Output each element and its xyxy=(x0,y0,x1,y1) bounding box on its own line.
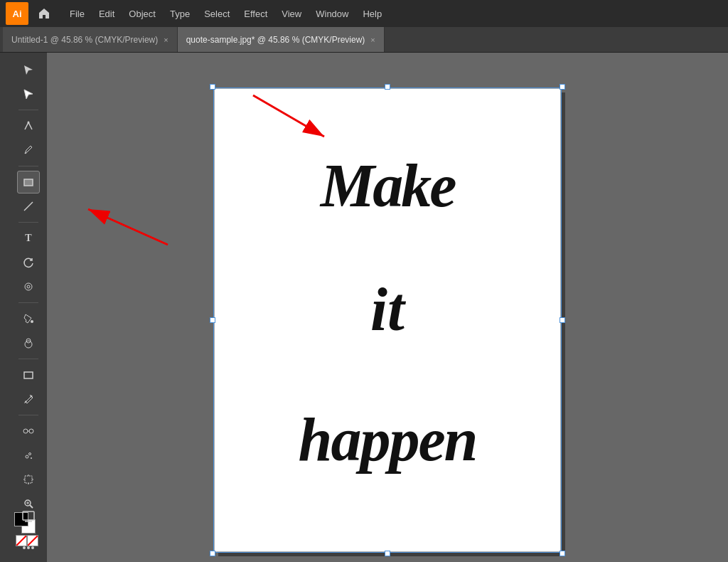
separator-3 xyxy=(18,222,38,223)
svg-point-31 xyxy=(31,546,34,549)
separator-4 xyxy=(18,302,38,303)
tab-untitled-label: Untitled-1 @ 45.86 % (CMYK/Preview) xyxy=(11,35,158,45)
artboard-container: Make it happen xyxy=(214,88,561,552)
warp-tool[interactable] xyxy=(17,275,40,298)
svg-point-11 xyxy=(29,429,33,433)
menu-object[interactable]: Object xyxy=(122,0,163,27)
pen-tool[interactable] xyxy=(17,115,40,137)
tab-quote-sample[interactable]: quote-sample.jpg* @ 45.86 % (CMYK/Previe… xyxy=(178,27,385,52)
toolbar-screen-mode[interactable] xyxy=(21,509,36,526)
selection-tool[interactable] xyxy=(17,58,40,81)
ai-logo: Ai xyxy=(6,2,28,25)
svg-rect-8 xyxy=(24,372,33,378)
svg-point-30 xyxy=(27,546,30,549)
quote-line-happen: happen xyxy=(299,406,477,474)
svg-rect-15 xyxy=(25,476,32,483)
menu-window[interactable]: Window xyxy=(309,0,355,27)
toolbar: T xyxy=(10,53,47,562)
blob-brush-tool[interactable] xyxy=(17,332,40,354)
svg-point-12 xyxy=(26,455,28,458)
menu-type[interactable]: Type xyxy=(163,0,197,27)
svg-point-10 xyxy=(23,429,28,433)
svg-point-29 xyxy=(23,546,26,549)
blend-tool[interactable] xyxy=(17,420,40,442)
menu-view[interactable]: View xyxy=(274,0,309,27)
tab-quote-sample-label: quote-sample.jpg* @ 45.86 % (CMYK/Previe… xyxy=(186,35,365,45)
tabbar: Untitled-1 @ 45.86 % (CMYK/Preview) × qu… xyxy=(0,27,728,53)
type-tool-label: T xyxy=(25,233,31,244)
separator-5 xyxy=(18,359,38,359)
svg-point-0 xyxy=(28,122,30,124)
handle-top-right[interactable] xyxy=(560,84,565,90)
menu-effect[interactable]: Effect xyxy=(237,0,274,27)
svg-rect-26 xyxy=(23,511,34,520)
type-tool[interactable]: T xyxy=(17,227,40,250)
svg-point-9 xyxy=(31,396,33,398)
menu-select[interactable]: Select xyxy=(197,0,237,27)
artboard-content: Make it happen xyxy=(215,89,560,551)
svg-line-35 xyxy=(88,209,168,245)
tab-quote-sample-close[interactable]: × xyxy=(370,36,375,44)
separator-2 xyxy=(18,166,38,166)
left-ruler xyxy=(0,53,10,562)
rectangle-tool[interactable] xyxy=(17,171,40,193)
svg-line-21 xyxy=(30,505,33,508)
home-icon[interactable] xyxy=(34,4,54,23)
tab-untitled-close[interactable]: × xyxy=(164,36,168,44)
svg-line-2 xyxy=(24,202,33,211)
menu-edit[interactable]: Edit xyxy=(92,0,122,27)
canvas-area[interactable]: Make it happen xyxy=(47,53,728,562)
quote-line-make: Make xyxy=(321,152,455,220)
artboard[interactable]: Make it happen xyxy=(214,88,561,552)
menu-file[interactable]: File xyxy=(63,0,92,27)
pencil-tool[interactable] xyxy=(17,139,40,161)
menu-help[interactable]: Help xyxy=(355,0,389,27)
toolbar-more[interactable] xyxy=(21,541,36,553)
svg-point-4 xyxy=(27,285,30,288)
rectangle-shape-tool[interactable] xyxy=(17,364,40,386)
tab-untitled[interactable]: Untitled-1 @ 45.86 % (CMYK/Preview) × xyxy=(3,27,178,52)
eyedropper-tool[interactable] xyxy=(17,388,40,410)
main-area: T xyxy=(0,53,728,562)
quote-line-it: it xyxy=(370,276,405,344)
handle-bottom-left[interactable] xyxy=(210,551,215,556)
svg-point-5 xyxy=(31,320,33,323)
separator-6 xyxy=(18,415,38,415)
symbol-tool[interactable] xyxy=(17,444,40,467)
paint-bucket-tool[interactable] xyxy=(17,307,40,330)
direct-selection-tool[interactable] xyxy=(17,83,40,105)
svg-point-6 xyxy=(25,341,32,348)
rotate-tool[interactable] xyxy=(17,251,40,274)
svg-rect-1 xyxy=(24,179,33,186)
svg-point-13 xyxy=(29,453,31,455)
line-tool[interactable] xyxy=(17,195,40,218)
svg-point-14 xyxy=(31,457,32,459)
separator-1 xyxy=(18,110,38,110)
artboard-tool[interactable] xyxy=(17,468,40,491)
menubar: Ai File Edit Object Type Select Effect V… xyxy=(0,0,728,27)
svg-point-3 xyxy=(25,283,32,290)
